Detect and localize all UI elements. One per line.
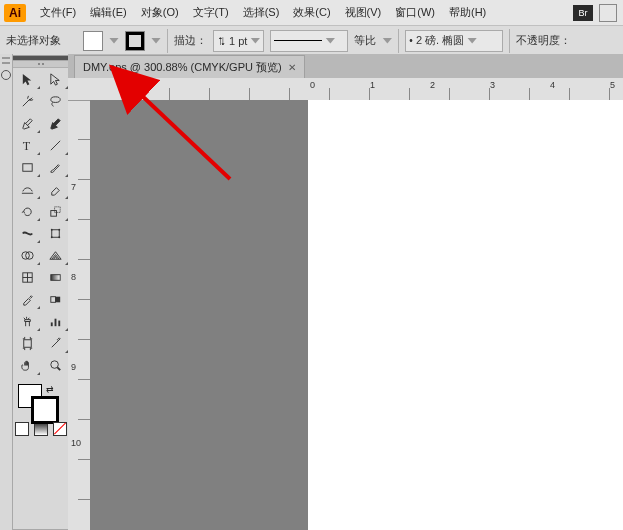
svg-rect-3: [22, 163, 31, 171]
selection-tool[interactable]: [13, 68, 41, 90]
stroke-dropdown-icon[interactable]: [151, 38, 161, 44]
stroke-swatch[interactable]: [125, 31, 145, 51]
menu-edit[interactable]: 编辑(E): [84, 2, 133, 23]
zoom-tool[interactable]: [41, 354, 69, 376]
control-bar: 未选择对象 描边： ⮁ 1 pt 等比 • 2 磅. 椭圆 不透明度：: [0, 25, 623, 56]
artboard[interactable]: [308, 100, 623, 530]
color-mode-gradient[interactable]: [34, 422, 48, 436]
perspective-grid-tool[interactable]: [41, 244, 69, 266]
stroke-color[interactable]: [31, 396, 59, 424]
ruler-tick: 10: [71, 438, 81, 448]
magic-wand-tool[interactable]: [13, 90, 41, 112]
scale-tool[interactable]: [41, 200, 69, 222]
tools-panel: T ⇄: [12, 60, 70, 530]
svg-point-21: [50, 360, 58, 368]
svg-rect-19: [58, 320, 60, 326]
menu-type[interactable]: 文字(T): [187, 2, 235, 23]
curvature-tool[interactable]: [41, 112, 69, 134]
stroke-weight-dropdown[interactable]: ⮁ 1 pt: [213, 30, 264, 52]
document-tab-title: DMY.eps @ 300.88% (CMYK/GPU 预览): [83, 60, 282, 75]
horizontal-ruler[interactable]: 0 1 2 3 4 5: [90, 78, 623, 100]
menu-object[interactable]: 对象(O): [135, 2, 185, 23]
svg-rect-4: [50, 210, 56, 216]
hand-tool[interactable]: [13, 354, 41, 376]
close-tab-icon[interactable]: ✕: [288, 62, 296, 73]
separator: [509, 29, 510, 53]
fill-swatch[interactable]: [83, 31, 103, 51]
ruler-tick: 4: [550, 80, 555, 90]
ruler-tick: 7: [71, 182, 76, 192]
paintbrush-tool[interactable]: [41, 156, 69, 178]
svg-text:T: T: [22, 139, 30, 153]
separator: [167, 29, 168, 53]
separator: [398, 29, 399, 53]
menu-select[interactable]: 选择(S): [237, 2, 286, 23]
eyedropper-tool[interactable]: [13, 288, 41, 310]
brush-dropdown[interactable]: • 2 磅. 椭圆: [405, 30, 503, 52]
ruler-tick: 3: [490, 80, 495, 90]
chevron-down-icon: [467, 38, 477, 44]
shape-builder-tool[interactable]: [13, 244, 41, 266]
svg-line-22: [57, 367, 60, 370]
ruler-tick: 8: [71, 272, 76, 282]
fill-dropdown-icon[interactable]: [109, 38, 119, 44]
chevron-down-icon[interactable]: [382, 38, 392, 44]
symbol-sprayer-tool[interactable]: [13, 310, 41, 332]
type-tool[interactable]: T: [13, 134, 41, 156]
svg-rect-5: [54, 206, 60, 212]
svg-point-8: [58, 228, 60, 230]
chevron-down-icon: [325, 38, 335, 44]
eraser-tool[interactable]: [41, 178, 69, 200]
ruler-tick: 9: [71, 362, 76, 372]
direct-selection-tool[interactable]: [41, 68, 69, 90]
brush-label: 2 磅. 椭圆: [416, 33, 464, 48]
svg-point-9: [50, 236, 52, 238]
menu-help[interactable]: 帮助(H): [443, 2, 492, 23]
swap-colors-icon[interactable]: ⇄: [46, 384, 54, 394]
color-mode-solid[interactable]: [15, 422, 29, 436]
free-transform-tool[interactable]: [41, 222, 69, 244]
canvas-area[interactable]: [90, 100, 623, 530]
slice-tool[interactable]: [41, 332, 69, 354]
menu-view[interactable]: 视图(V): [339, 2, 388, 23]
menu-bar: Ai 文件(F) 编辑(E) 对象(O) 文字(T) 选择(S) 效果(C) 视…: [0, 0, 623, 25]
gradient-tool[interactable]: [41, 266, 69, 288]
opacity-label: 不透明度：: [516, 33, 571, 48]
ruler-tick: 2: [430, 80, 435, 90]
menu-window[interactable]: 窗口(W): [389, 2, 441, 23]
artboard-tool[interactable]: [13, 332, 41, 354]
shaper-tool[interactable]: [13, 178, 41, 200]
blend-tool[interactable]: [41, 288, 69, 310]
svg-point-7: [50, 228, 52, 230]
stroke-style-dropdown[interactable]: [270, 30, 348, 52]
vertical-ruler[interactable]: 7 8 9 10: [68, 100, 90, 530]
pen-tool[interactable]: [13, 112, 41, 134]
document-tab-bar: DMY.eps @ 300.88% (CMYK/GPU 预览) ✕: [68, 54, 623, 79]
menu-file[interactable]: 文件(F): [34, 2, 82, 23]
ruler-tick: 5: [610, 80, 615, 90]
lasso-tool[interactable]: [41, 90, 69, 112]
line-sample-icon: [274, 40, 322, 41]
line-segment-tool[interactable]: [41, 134, 69, 156]
mesh-tool[interactable]: [13, 266, 41, 288]
stock-badge[interactable]: [599, 4, 617, 22]
rectangle-tool[interactable]: [13, 156, 41, 178]
svg-point-10: [58, 236, 60, 238]
menu-effect[interactable]: 效果(C): [287, 2, 336, 23]
ruler-row: 0 1 2 3 4 5: [68, 78, 623, 101]
color-picker[interactable]: ⇄: [13, 382, 69, 418]
ruler-tick: 0: [310, 80, 315, 90]
svg-rect-15: [50, 296, 55, 302]
svg-point-0: [50, 96, 59, 102]
bridge-badge[interactable]: Br: [573, 5, 593, 21]
svg-rect-16: [55, 296, 60, 302]
document-tab[interactable]: DMY.eps @ 300.88% (CMYK/GPU 预览) ✕: [74, 55, 305, 79]
column-graph-tool[interactable]: [41, 310, 69, 332]
scale-label[interactable]: 等比: [354, 33, 376, 48]
color-mode-none[interactable]: [53, 422, 67, 436]
rotate-tool[interactable]: [13, 200, 41, 222]
width-tool[interactable]: [13, 222, 41, 244]
stroke-label: 描边：: [174, 33, 207, 48]
svg-rect-6: [51, 229, 59, 237]
no-selection-label: 未选择对象: [6, 33, 61, 48]
